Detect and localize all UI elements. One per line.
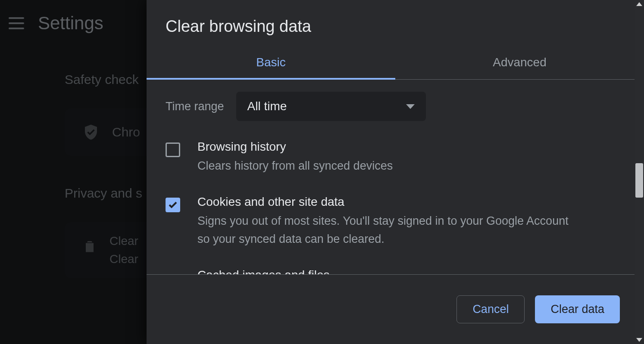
checkbox-cookies[interactable] bbox=[166, 198, 180, 212]
scroll-down-icon[interactable] bbox=[636, 338, 642, 342]
tab-basic[interactable]: Basic bbox=[147, 49, 395, 80]
page-title: Settings bbox=[38, 13, 103, 34]
trash-icon bbox=[82, 237, 97, 256]
page-scrollbar[interactable] bbox=[635, 0, 644, 344]
scroll-thumb[interactable] bbox=[635, 163, 643, 198]
safety-card-text: Chro bbox=[112, 125, 140, 139]
option-cache[interactable]: Cached images and files bbox=[166, 268, 625, 274]
time-range-select[interactable]: All time bbox=[236, 92, 426, 121]
chevron-down-icon bbox=[406, 104, 415, 109]
clear-card-line2: Clear bbox=[109, 252, 138, 266]
checkbox-browsing-history[interactable] bbox=[166, 143, 180, 157]
option-history-desc: Clears history from all synced devices bbox=[197, 157, 393, 175]
clear-data-button[interactable]: Clear data bbox=[535, 295, 620, 323]
time-range-value: All time bbox=[247, 99, 287, 113]
tab-advanced[interactable]: Advanced bbox=[395, 49, 644, 79]
hamburger-menu-icon[interactable] bbox=[9, 17, 24, 29]
clear-browsing-data-dialog: Clear browsing data Basic Advanced Time … bbox=[147, 0, 644, 344]
dialog-tabs: Basic Advanced bbox=[147, 49, 644, 80]
time-range-label: Time range bbox=[166, 100, 224, 113]
dialog-title: Clear browsing data bbox=[147, 0, 644, 49]
checkmark-icon bbox=[168, 200, 178, 210]
option-cache-title: Cached images and files bbox=[197, 268, 330, 274]
option-history-title: Browsing history bbox=[197, 140, 393, 154]
shield-check-icon bbox=[82, 123, 100, 141]
scroll-up-icon[interactable] bbox=[636, 2, 642, 6]
option-cookies-title: Cookies and other site data bbox=[197, 195, 577, 209]
option-cookies[interactable]: Cookies and other site data Signs you ou… bbox=[166, 195, 625, 248]
cancel-button[interactable]: Cancel bbox=[456, 295, 525, 323]
clear-card-line1: Clear bbox=[109, 234, 138, 248]
option-cookies-desc: Signs you out of most sites. You'll stay… bbox=[197, 212, 577, 248]
option-browsing-history[interactable]: Browsing history Clears history from all… bbox=[166, 140, 625, 175]
